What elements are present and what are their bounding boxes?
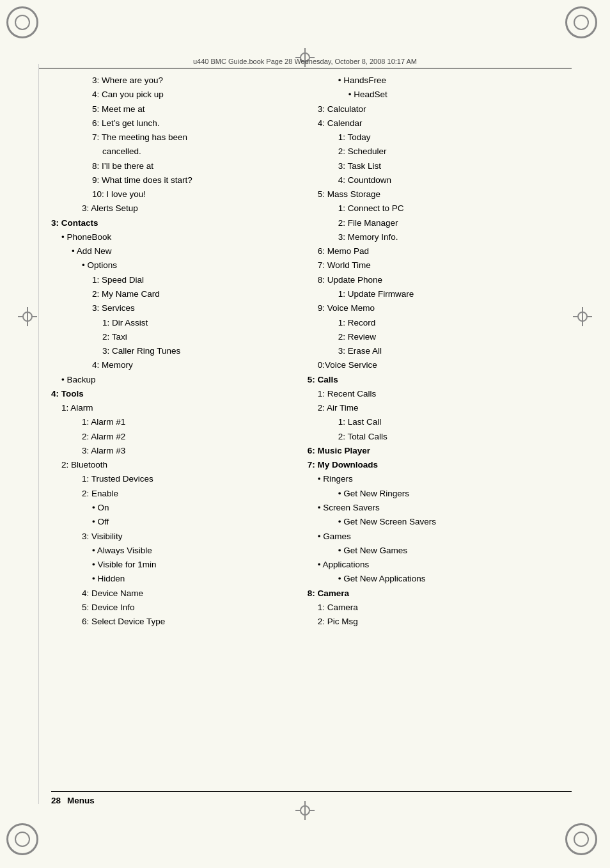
line: • Get New Screen Savers — [338, 515, 572, 529]
line: 1: Dir Assist — [102, 316, 288, 330]
vertical-line-left — [38, 64, 39, 804]
line: 2: Scheduler — [338, 145, 572, 159]
line: 5: Meet me at — [92, 102, 288, 116]
line: • Get New Applications — [338, 572, 572, 586]
line: 2: My Name Card — [92, 287, 288, 301]
crosshair-mid-left — [18, 307, 37, 326]
line: 0:Voice Service — [318, 358, 572, 372]
line: • Screen Savers — [318, 501, 572, 515]
line: 5: Device Info — [82, 601, 288, 615]
line: • Options — [82, 258, 288, 272]
line: • Backup — [61, 373, 288, 387]
line: 1: Today — [338, 130, 572, 145]
line: 2: Total Calls — [338, 430, 572, 444]
corner-decoration-bl — [6, 823, 45, 862]
line: 1: Last Call — [338, 415, 572, 429]
line: 6: Memo Pad — [318, 244, 572, 258]
line: 2: Pic Msg — [318, 615, 572, 629]
line: 3: Where are you? — [92, 74, 288, 88]
corner-circle-br — [565, 823, 597, 855]
content-area: 3: Where are you?4: Can you pick up5: Me… — [51, 74, 572, 794]
line: 8: Update Phone — [318, 273, 572, 287]
line: 8: I’ll be there at — [92, 159, 288, 173]
line: 1: Trusted Devices — [82, 472, 288, 486]
line: 2: Alarm #2 — [82, 430, 288, 444]
corner-circle-bl — [6, 823, 38, 855]
line: 9: What time does it start? — [92, 173, 288, 187]
line: 2: File Manager — [338, 216, 572, 230]
line: 4: Countdown — [338, 173, 572, 187]
crosshair-mid-right — [573, 307, 592, 326]
line: 4: Calendar — [318, 116, 572, 130]
line: 1: Alarm #1 — [82, 415, 288, 429]
corner-decoration-tl — [6, 6, 45, 45]
line: 2: Bluetooth — [61, 458, 288, 472]
line: • Off — [92, 515, 288, 529]
footer-text: 28 Menus — [51, 796, 572, 805]
left-column: 3: Where are you?4: Can you pick up5: Me… — [51, 74, 301, 794]
line: • Hidden — [92, 572, 288, 586]
line: • Add New — [72, 244, 288, 258]
line: 2: Review — [338, 330, 572, 344]
footer: 28 Menus — [51, 791, 572, 805]
line: 2: Air Time — [318, 401, 572, 415]
line: 10: I love you! — [92, 187, 288, 201]
line: 3: Memory Info. — [338, 230, 572, 244]
line: 7: My Downloads — [308, 458, 572, 472]
line: 1: Record — [338, 316, 572, 330]
line: 3: Erase All — [338, 344, 572, 358]
line: 4: Can you pick up — [92, 88, 288, 102]
line: 5: Calls — [308, 373, 572, 387]
line: 9: Voice Memo — [318, 301, 572, 315]
page-container: u440 BMC Guide.book Page 28 Wednesday, O… — [0, 0, 610, 868]
line: • Visible for 1min — [92, 558, 288, 572]
line: 4: Tools — [51, 387, 288, 401]
line: • Applications — [318, 558, 572, 572]
line: 2: Enable — [82, 487, 288, 501]
line: 6: Let’s get lunch. — [92, 116, 288, 130]
line: 7: World Time — [318, 258, 572, 272]
line: • On — [92, 501, 288, 515]
line: 4: Memory — [92, 358, 288, 372]
line: 8: Camera — [308, 587, 572, 601]
line: 1: Connect to PC — [338, 201, 572, 216]
header-line: u440 BMC Guide.book Page 28 Wednesday, O… — [38, 58, 572, 68]
line: 1: Speed Dial — [92, 273, 288, 287]
line: 3: Visibility — [82, 530, 288, 544]
footer-section: Menus — [67, 796, 95, 805]
line: 3: Task List — [338, 159, 572, 173]
line: 3: Services — [92, 301, 288, 315]
line: cancelled. — [102, 145, 288, 159]
corner-circle-tr — [565, 6, 597, 38]
line: • Get New Games — [338, 544, 572, 558]
right-column: • HandsFree• HeadSet3: Calculator4: Cale… — [301, 74, 572, 794]
line: 2: Taxi — [102, 330, 288, 344]
line: 3: Alarm #3 — [82, 444, 288, 458]
line: 5: Mass Storage — [318, 187, 572, 201]
corner-decoration-br — [565, 823, 604, 862]
line: 6: Select Device Type — [82, 615, 288, 629]
corner-decoration-tr — [565, 6, 604, 45]
line: 3: Contacts — [51, 216, 288, 230]
line: 4: Device Name — [82, 587, 288, 601]
line: • Always Visible — [92, 544, 288, 558]
line: 1: Camera — [318, 601, 572, 615]
line: • HeadSet — [348, 88, 572, 102]
line: 7: The meeting has been — [92, 130, 288, 145]
line: • Get New Ringers — [338, 487, 572, 501]
line: 3: Calculator — [318, 102, 572, 116]
line: 3: Alerts Setup — [82, 201, 288, 216]
line: 1: Update Firmware — [338, 287, 572, 301]
line: • Games — [318, 530, 572, 544]
corner-circle-tl — [6, 6, 38, 38]
line: • PhoneBook — [61, 230, 288, 244]
line: • HandsFree — [338, 74, 572, 88]
header-text: u440 BMC Guide.book Page 28 Wednesday, O… — [193, 58, 417, 65]
line: • Ringers — [318, 472, 572, 486]
line: 6: Music Player — [308, 444, 572, 458]
page-number: 28 — [51, 796, 61, 805]
line: 1: Alarm — [61, 401, 288, 415]
line: 1: Recent Calls — [318, 387, 572, 401]
line: 3: Caller Ring Tunes — [102, 344, 288, 358]
